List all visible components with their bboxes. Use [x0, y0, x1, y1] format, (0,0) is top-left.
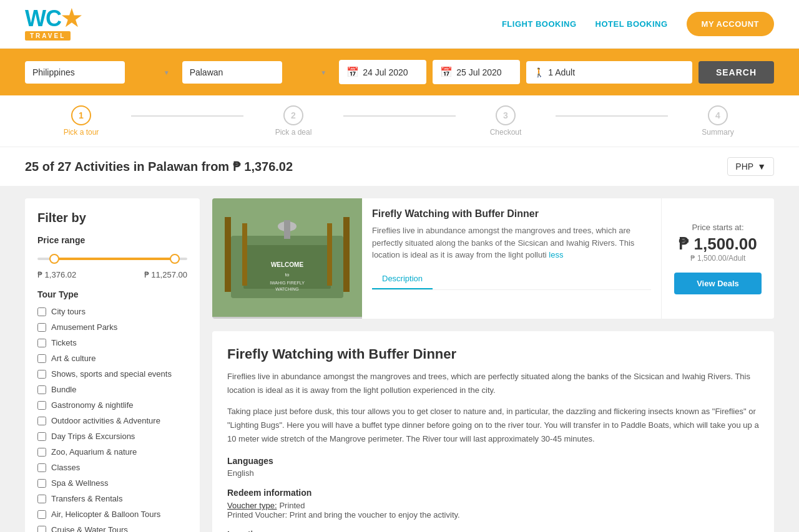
voucher-type-value: Printed — [279, 501, 305, 510]
date-from-value: 24 Jul 2020 — [363, 67, 408, 77]
nav-links: FLIGHT BOOKING HOTEL BOOKING MY ACCOUNT — [502, 12, 774, 36]
price-min: ₱ 1,376.02 — [37, 270, 76, 279]
tour-type-checkbox-8[interactable] — [37, 432, 46, 441]
tour-type-checkbox-13[interactable] — [37, 510, 46, 519]
activity-image-svg: WELCOME to IWAHIG FIREFLY WATCHING — [212, 198, 362, 317]
price-starts-label: Price starts at: — [692, 223, 743, 232]
tour-type-item-7[interactable]: Outdoor activities & Adventure — [37, 416, 187, 425]
tour-type-label-8: Day Trips & Excursions — [51, 432, 135, 441]
slider-fill — [49, 258, 180, 260]
tour-type-checkbox-14[interactable] — [37, 526, 46, 533]
tour-type-label-13: Air, Helicopter & Balloon Tours — [51, 510, 160, 519]
flight-booking-link[interactable]: FLIGHT BOOKING — [502, 19, 577, 29]
tour-type-item-6[interactable]: Gastronomy & nightlife — [37, 400, 187, 410]
svg-rect-12 — [284, 220, 290, 239]
tour-type-item-10[interactable]: Classes — [37, 463, 187, 472]
activity-card: WELCOME to IWAHIG FIREFLY WATCHING Firef… — [212, 198, 774, 319]
tour-type-checkbox-0[interactable] — [37, 307, 46, 316]
my-account-button[interactable]: MY ACCOUNT — [687, 12, 774, 36]
tour-type-item-12[interactable]: Transfers & Rentals — [37, 494, 187, 503]
calendar-icon-from: 📅 — [346, 66, 359, 78]
tour-type-item-1[interactable]: Amusement Parks — [37, 322, 187, 332]
tour-type-label-2: Tickets — [51, 338, 77, 347]
tour-type-checkbox-3[interactable] — [37, 354, 46, 363]
country-select[interactable]: Philippines — [25, 61, 125, 84]
slider-thumb-right[interactable] — [170, 254, 180, 264]
hotel-booking-link[interactable]: HOTEL BOOKING — [596, 19, 668, 29]
svg-rect-10 — [343, 217, 350, 292]
tour-type-label-3: Art & culture — [51, 354, 96, 363]
guest-input[interactable]: 🚶 1 Adult — [526, 61, 692, 84]
slider-thumb-left[interactable] — [49, 254, 59, 264]
tour-type-checkbox-1[interactable] — [37, 323, 46, 332]
tour-type-item-8[interactable]: Day Trips & Excursions — [37, 432, 187, 441]
tour-type-checkbox-10[interactable] — [37, 463, 46, 472]
tour-type-checkbox-9[interactable] — [37, 448, 46, 457]
tour-type-item-14[interactable]: Cruise & Water Tours — [37, 525, 187, 532]
tour-type-label-6: Gastronomy & nightlife — [51, 400, 134, 410]
tour-type-checkbox-5[interactable] — [37, 385, 46, 394]
activity-card-desc: Fireflies live in abundance amongst the … — [372, 225, 651, 261]
step-3: 3 Checkout — [449, 105, 562, 137]
step-line-1 — [131, 115, 243, 117]
tour-type-item-11[interactable]: Spa & Wellness — [37, 478, 187, 488]
logo: WC★ TRAVEL — [25, 7, 81, 41]
logo-travel: TRAVEL — [25, 31, 71, 41]
activity-info: Firefly Watching with Buffer Dinner Fire… — [362, 198, 662, 319]
step-4-label: Summary — [702, 128, 733, 137]
tour-type-checkbox-2[interactable] — [37, 339, 46, 347]
activity-price-panel: Price starts at: ₱ 1,500.00 ₱ 1,500.00/A… — [662, 198, 774, 319]
price-slider[interactable] — [37, 253, 187, 265]
tour-type-label-7: Outdoor activities & Adventure — [51, 416, 160, 425]
tour-type-item-3[interactable]: Art & culture — [37, 354, 187, 363]
tour-type-label-10: Classes — [51, 463, 80, 472]
calendar-icon-to: 📅 — [440, 66, 453, 78]
languages-label: Languages — [227, 456, 759, 466]
filter-title: Filter by — [37, 211, 187, 225]
tour-type-label: Tour Type — [37, 289, 187, 299]
tour-type-checkbox-12[interactable] — [37, 495, 46, 503]
tour-type-label-12: Transfers & Rentals — [51, 494, 122, 503]
languages-value: English — [227, 468, 759, 478]
search-button[interactable]: SEARCH — [699, 61, 774, 84]
tour-type-checkbox-4[interactable] — [37, 370, 46, 379]
detail-para2: Taking place just before dusk, this tour… — [227, 405, 759, 446]
city-select[interactable]: Palawan — [182, 61, 282, 84]
tour-type-item-0[interactable]: City tours — [37, 307, 187, 316]
svg-text:IWAHIG FIREFLY: IWAHIG FIREFLY — [270, 281, 305, 285]
tour-type-checkbox-11[interactable] — [37, 479, 46, 488]
tour-type-checkbox-7[interactable] — [37, 417, 46, 425]
tour-type-label-0: City tours — [51, 307, 86, 316]
results-title: 25 of 27 Activities in Palawan from ₱ 1,… — [25, 159, 293, 174]
view-deals-button[interactable]: View Deals — [674, 273, 762, 294]
date-from-input[interactable]: 📅 24 Jul 2020 — [339, 60, 426, 84]
step-4: 4 Summary — [662, 105, 774, 137]
tour-type-item-5[interactable]: Bundle — [37, 385, 187, 394]
city-select-wrap: Palawan — [182, 61, 333, 84]
tab-description[interactable]: Description — [372, 269, 433, 289]
steps-bar: 1 Pick a tour 2 Pick a deal 3 Checkout 4… — [0, 95, 799, 147]
currency-select[interactable]: PHP ▼ — [727, 157, 774, 176]
tour-type-checkbox-6[interactable] — [37, 401, 46, 410]
svg-text:to: to — [285, 272, 290, 278]
tour-type-item-4[interactable]: Shows, sports and special events — [37, 369, 187, 379]
detail-panel: Firefly Watching with Buffer Dinner Fire… — [212, 331, 774, 532]
activity-less-link[interactable]: less — [549, 250, 563, 259]
logo-wca: WC★ — [25, 7, 81, 30]
tour-type-item-13[interactable]: Air, Helicopter & Balloon Tours — [37, 510, 187, 519]
step-line-2 — [343, 115, 456, 117]
tour-type-label-4: Shows, sports and special events — [51, 369, 172, 379]
detail-para1: Fireflies live in abundance amongst the … — [227, 370, 759, 397]
date-to-input[interactable]: 📅 25 Jul 2020 — [433, 60, 520, 84]
step-1-label: Pick a tour — [64, 128, 99, 137]
tour-type-item-9[interactable]: Zoo, Aquarium & nature — [37, 447, 187, 457]
location-section: Location — [227, 530, 759, 532]
currency-chevron-icon: ▼ — [757, 162, 766, 172]
sidebar: Filter by Price range ₱ 1,376.02 ₱ 11,25… — [25, 198, 200, 532]
date-to-value: 25 Jul 2020 — [456, 67, 501, 77]
guest-icon: 🚶 — [534, 67, 544, 77]
redeem-section: Redeem information Voucher type: Printed… — [227, 488, 759, 520]
tour-type-label-14: Cruise & Water Tours — [51, 525, 128, 532]
location-label: Location — [227, 530, 759, 532]
tour-type-item-2[interactable]: Tickets — [37, 338, 187, 347]
